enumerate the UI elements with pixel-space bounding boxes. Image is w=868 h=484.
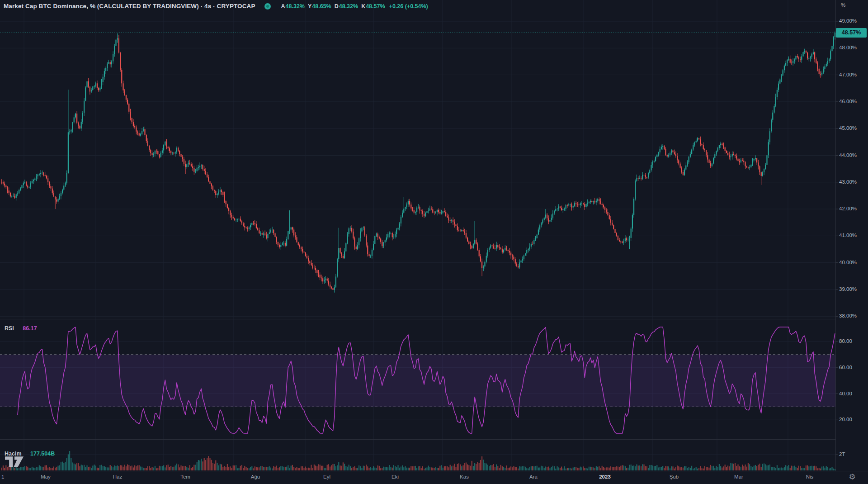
ohlc-value: 48.65% (312, 3, 331, 9)
rsi-value: 86.17 (23, 325, 37, 332)
time-axis-label-Şub: Şub (670, 474, 679, 479)
time-axis-label-2023: 2023 (599, 474, 611, 479)
gear-icon[interactable]: ⚙ (847, 472, 857, 482)
price-axis-label: 48.00% (839, 45, 857, 50)
time-axis-label-May: May (41, 474, 51, 479)
price-axis-label: 38.00% (839, 313, 857, 318)
ohlc-letter: Y (308, 3, 311, 9)
price-axis-label: 49.00% (839, 18, 857, 24)
time-axis-label-Haz: Haz (113, 474, 122, 479)
ohlc-letter: A (281, 3, 285, 9)
time-axis-label-Ağu: Ağu (251, 474, 260, 479)
price-axis-label: 40.00% (839, 260, 857, 265)
rsi-axis-label: 40.00 (839, 391, 852, 396)
ohlc-value: 48.32% (286, 3, 305, 9)
symbol-title[interactable]: Market Cap BTC Dominance, % (CALCULATED … (4, 3, 255, 9)
time-axis-label-Nis: Nis (806, 474, 814, 479)
rsi-axis-label: 20.00 (839, 417, 852, 422)
price-axis-label: 41.00% (839, 233, 857, 238)
time-axis-label-1: 1 (1, 474, 4, 479)
rsi-axis-label: 60.00 (839, 365, 852, 370)
price-axis-label: 46.00% (839, 99, 857, 104)
price-axis-label: 39.00% (839, 286, 857, 292)
price-axis-label: 42.00% (839, 206, 857, 211)
rsi-label: RSI (5, 325, 14, 332)
tradingview-logo[interactable] (5, 456, 24, 468)
change-value: +0.26 (+0.54%) (389, 3, 428, 9)
time-axis-label-Tem: Tem (180, 474, 190, 479)
rsi-axis-label: 80.00 (839, 338, 852, 344)
volume-value: 177.504B (30, 451, 55, 457)
rsi-pane-header[interactable]: RSI 86.17 (5, 325, 37, 332)
ohlc-letter: K (361, 3, 365, 9)
tradingview-chart-window: Market Cap BTC Dominance, % (CALCULATED … (0, 0, 868, 484)
ohlc-values: A48.32%Y48.65%D48.32%K48.57%+0.26 (+0.54… (278, 3, 428, 9)
volume-axis-label: 2T (839, 451, 845, 457)
chart-canvas[interactable] (0, 0, 868, 484)
price-axis-label: 43.00% (839, 179, 857, 185)
time-axis-label-Eki: Eki (392, 474, 399, 479)
time-axis-label-Kas: Kas (460, 474, 469, 479)
cryptocap-icon (264, 3, 271, 9)
price-axis-label: 45.00% (839, 125, 857, 131)
price-axis-label: 47.00% (839, 72, 857, 77)
time-axis-label-Ara: Ara (529, 474, 538, 479)
time-axis-label-Mar: Mar (734, 474, 743, 479)
ohlc-letter: D (335, 3, 339, 9)
time-axis-label-Eyl: Eyl (323, 474, 330, 479)
legend[interactable]: Market Cap BTC Dominance, % (CALCULATED … (4, 3, 428, 9)
ohlc-value: 48.57% (366, 3, 385, 9)
price-axis-label: 44.00% (839, 152, 857, 158)
ohlc-value: 48.32% (339, 3, 358, 9)
last-price-tag: 48.57% (836, 28, 867, 38)
price-axis-unit: % (841, 2, 845, 8)
